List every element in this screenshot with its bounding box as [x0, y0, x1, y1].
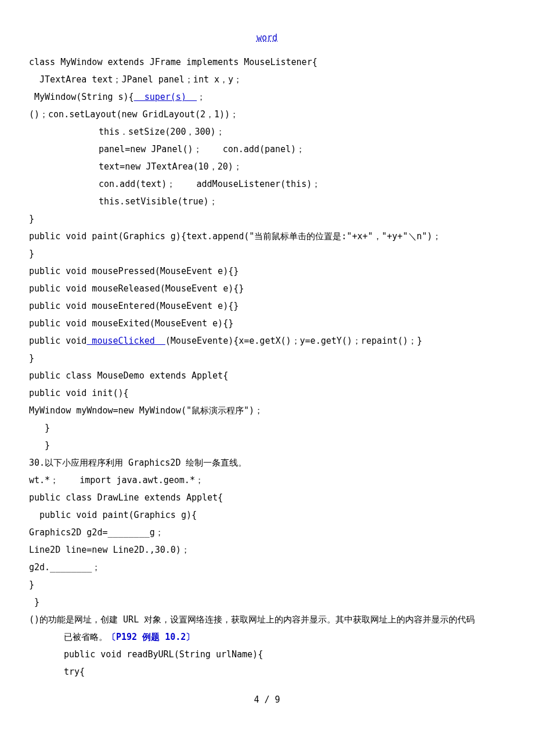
code-line: } — [29, 350, 505, 367]
code-line: panel=new JPanel()； con.add(panel)； — [29, 141, 505, 158]
code-text: (MouseEvente){x=e.getX()；y=e.getY()；repa… — [165, 336, 422, 346]
code-line: this．setSize(200，300)； — [29, 123, 505, 141]
code-line: public void init(){ — [29, 384, 505, 402]
code-line: MyWindow(String s){ super(s) ； — [29, 88, 505, 106]
code-line: Graphics2D g2d=________g； — [29, 524, 505, 541]
code-line: public void mouseReleased(MouseEvent e){… — [29, 280, 505, 297]
question-text: 已被省略。 — [64, 632, 107, 642]
code-line: public void mouseExited(MouseEvent e){} — [29, 315, 505, 332]
header-link[interactable]: word — [257, 33, 277, 43]
code-line: public void paint(Graphics g){text.appen… — [29, 228, 505, 245]
code-text: public void — [29, 336, 86, 346]
code-line: ()；con.setLayout(new GridLayout(2，1))； — [29, 106, 505, 123]
question-line: 已被省略。〔P192 例题 10.2〕 — [29, 628, 505, 646]
code-line: } — [29, 576, 505, 593]
code-line: class MyWindow extends JFrame implements… — [29, 53, 505, 71]
code-line: public void mouseEntered(MouseEvent e){} — [29, 297, 505, 315]
code-line: } — [29, 437, 505, 454]
reference-text: 〔P192 例题 10.2〕 — [107, 632, 194, 642]
code-line: g2d.________； — [29, 559, 505, 576]
question-line: 30.以下小应用程序利用 Graphics2D 绘制一条直线。 — [29, 454, 505, 471]
page-number: 4 / 9 — [254, 694, 280, 705]
code-text: MyWindow(String s){ — [29, 92, 134, 102]
fill-blank-answer: super(s) — [134, 92, 197, 102]
question-line: ()的功能是网址，创建 URL 对象，设置网络连接，获取网址上的内容并显示。其中… — [29, 611, 505, 628]
code-line: con.add(text)； addMouseListener(this)； — [29, 175, 505, 193]
code-line: MyWindow myWndow=new MyWindow("鼠标演示程序")； — [29, 402, 505, 419]
code-line: try{ — [29, 663, 505, 681]
code-line: public class MouseDemo extends Applet{ — [29, 367, 505, 384]
code-line: text=new JTextArea(10，20)； — [29, 158, 505, 175]
code-line: public void mousePressed(MouseEvent e){} — [29, 262, 505, 280]
page-footer: 4 / 9 — [29, 691, 505, 708]
code-line: public void paint(Graphics g){ — [29, 506, 505, 524]
document-header: word — [29, 29, 505, 46]
code-text: ； — [197, 92, 205, 102]
document-body: class MyWindow extends JFrame implements… — [29, 53, 505, 681]
code-line: JTextArea text；JPanel panel；int x，y； — [29, 71, 505, 88]
code-line: public class DrawLine extends Applet{ — [29, 489, 505, 506]
code-line: Line2D line=new Line2D.,30.0)； — [29, 541, 505, 559]
code-line: } — [29, 593, 505, 611]
code-line: } — [29, 210, 505, 228]
code-line: } — [29, 245, 505, 262]
code-line: wt.*； import java.awt.geom.*； — [29, 471, 505, 489]
fill-blank-answer: mouseClicked — [86, 336, 165, 346]
code-line: this.setVisible(true)； — [29, 193, 505, 210]
code-line: public void readByURL(String urlName){ — [29, 646, 505, 663]
code-line: public void mouseClicked (MouseEvente){x… — [29, 332, 505, 350]
code-line: } — [29, 419, 505, 437]
